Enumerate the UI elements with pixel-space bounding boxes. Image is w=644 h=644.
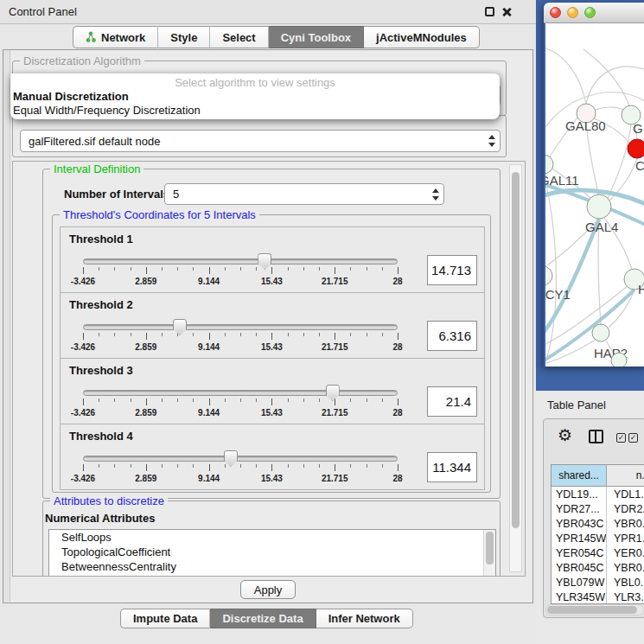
slider-track[interactable] [83, 258, 398, 265]
cell-name[interactable]: YBL0... [607, 575, 644, 590]
cell-name[interactable]: YBR0... [607, 516, 644, 531]
cell-name[interactable]: YLR3... [607, 590, 644, 604]
tick-mark [225, 464, 226, 468]
slider-track[interactable] [83, 456, 398, 462]
threshold-slider[interactable]: -3.4262.8599.14415.4321.71528 [81, 383, 399, 423]
gear-icon[interactable]: ⚙ [558, 426, 572, 445]
tab-style[interactable]: Style [158, 26, 210, 48]
panel-vertical-scrollbar[interactable] [509, 164, 522, 572]
scrollbar-thumb[interactable] [512, 172, 520, 528]
network-node[interactable] [592, 324, 609, 341]
tick-mark [99, 267, 99, 271]
network-node[interactable] [545, 266, 552, 285]
minimize-traffic-light[interactable] [567, 7, 578, 18]
node-table: shared... n... YDL19...YDL1...YDR27...YD… [551, 464, 644, 604]
cell-shared-name[interactable]: YDL19... [552, 487, 607, 501]
cell-shared-name[interactable]: YBR043C [552, 516, 607, 531]
tab-infer-network[interactable]: Infer Network [316, 609, 413, 628]
left-scroll-strip[interactable] [3, 50, 10, 602]
slider-tick-labels: -3.4262.8599.14415.4321.71528 [83, 474, 398, 484]
numerical-attributes-list[interactable]: SelfLoopsTopologicalCoefficientBetweenne… [48, 529, 496, 577]
cell-name[interactable]: YPR1... [607, 531, 644, 545]
cell-shared-name[interactable]: YER054C [552, 545, 607, 560]
table-row[interactable]: YER054CYER0... [552, 545, 644, 560]
scrollbar-thumb[interactable] [547, 606, 637, 614]
tick-label: 28 [392, 474, 402, 483]
apply-button[interactable]: Apply [240, 580, 296, 599]
cell-shared-name[interactable]: YPR145W [552, 531, 607, 545]
close-traffic-light[interactable] [550, 7, 561, 18]
cell-shared-name[interactable]: YBR045C [552, 560, 607, 575]
column-header-shared[interactable]: shared... [552, 465, 607, 486]
slider-ticks [83, 333, 398, 341]
threshold-value-field[interactable] [427, 386, 477, 417]
network-node[interactable] [587, 194, 611, 219]
slider-track[interactable] [83, 324, 398, 330]
tab-discretize-data[interactable]: Discretize Data [210, 609, 316, 628]
attribute-item[interactable]: SelfLoops [49, 530, 495, 545]
tab-cyni-toolbox[interactable]: Cyni Toolbox [269, 26, 364, 48]
group-label: Discretization Algorithm [20, 54, 144, 67]
attributes-scrollbar[interactable] [483, 530, 495, 577]
float-window-icon[interactable] [485, 7, 494, 16]
popup-option-equal-width[interactable]: Equal Width/Frequency Discretization [10, 104, 500, 118]
threshold-slider[interactable]: -3.4262.8599.14415.4321.71528 [81, 449, 399, 488]
table-row[interactable]: YBR043CYBR0... [552, 516, 644, 531]
threshold-slider[interactable]: -3.4262.8599.14415.4321.71528 [81, 252, 399, 291]
table-panel: Table Panel ⚙ ✓ ✓ shared... n... YDL19..… [536, 391, 644, 644]
network-node[interactable] [611, 353, 627, 367]
network-node[interactable] [628, 139, 644, 158]
tick-mark [225, 399, 226, 402]
table-horizontal-scrollbar[interactable] [545, 604, 644, 615]
threshold-blocks: Threshold 1-3.4262.8599.14415.4321.71528… [60, 226, 485, 490]
close-icon[interactable] [501, 7, 512, 17]
network-canvas[interactable]: GAL80G...C...GAL11GAL4GCY1H...HAP2 [545, 23, 644, 367]
tick-label: 28 [392, 342, 402, 352]
tab-network[interactable]: Network [73, 26, 158, 48]
tick-mark [350, 333, 351, 336]
column-header-name[interactable]: n... [607, 465, 644, 486]
cell-name[interactable]: YER0... [607, 545, 644, 560]
threshold-value-field[interactable] [427, 321, 477, 351]
control-panel-titlebar: Control Panel [0, 0, 536, 24]
network-node-label: GAL11 [545, 173, 579, 188]
scrollbar-thumb[interactable] [486, 532, 494, 564]
table-row[interactable]: YBR045CYBR0... [552, 560, 644, 575]
network-edge [608, 124, 631, 198]
cell-name[interactable]: YBR0... [607, 560, 644, 575]
table-row[interactable]: YDR27...YDR2... [552, 501, 644, 516]
popup-option-manual-discretization[interactable]: Manual Discretization [10, 90, 500, 104]
threshold-value-field[interactable] [427, 255, 477, 285]
table-data-combobox[interactable]: galFiltered.sif default node [20, 130, 501, 152]
tick-label: 2.859 [135, 474, 156, 483]
table-row[interactable]: YPR145WYPR1... [552, 531, 644, 545]
cell-name[interactable]: YDL1... [607, 487, 644, 501]
columns-icon[interactable] [589, 430, 603, 443]
network-node[interactable] [545, 155, 553, 174]
cell-shared-name[interactable]: YBL079W [552, 575, 607, 590]
slider-track[interactable] [83, 390, 398, 396]
table-row[interactable]: YBL079WYBL0... [552, 575, 644, 590]
zoom-traffic-light[interactable] [584, 7, 596, 18]
number-of-intervals-combobox[interactable]: 5 [164, 183, 444, 205]
attribute-item[interactable]: TopologicalCoefficient [49, 545, 495, 559]
table-row[interactable]: YDL19...YDL1... [552, 487, 644, 501]
tick-mark [131, 267, 131, 271]
cell-shared-name[interactable]: YLR345W [552, 590, 607, 604]
tick-mark [146, 267, 147, 274]
cell-shared-name[interactable]: YDR27... [552, 501, 607, 516]
checkbox-icon[interactable]: ✓ [616, 433, 626, 443]
threshold-value-field[interactable] [427, 452, 477, 482]
attribute-item[interactable]: BetweennessCentrality [49, 559, 495, 574]
tick-label: 21.715 [322, 277, 348, 286]
tab-label: Select [222, 31, 255, 44]
cell-name[interactable]: YDR2... [607, 501, 644, 516]
network-window-titlebar[interactable] [544, 3, 644, 23]
threshold-slider[interactable]: -3.4262.8599.14415.4321.71528 [81, 317, 399, 357]
tab-jactivemnodules[interactable]: jActiveMNodules [364, 26, 480, 48]
tab-select[interactable]: Select [210, 26, 268, 48]
table-row[interactable]: YLR345WYLR3... [552, 590, 644, 604]
tab-impute-data[interactable]: Impute Data [120, 609, 210, 628]
tick-mark [193, 267, 194, 271]
checkbox-icon[interactable]: ✓ [628, 433, 638, 443]
